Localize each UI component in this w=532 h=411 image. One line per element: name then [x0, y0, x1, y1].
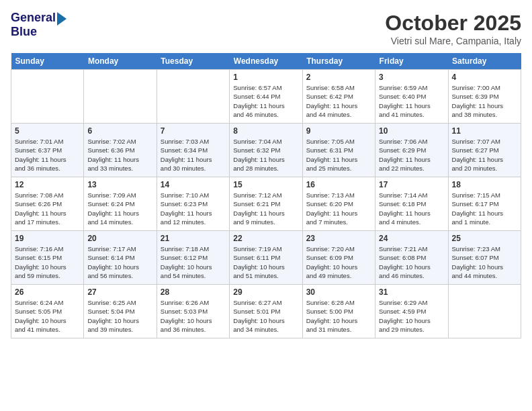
weekday-header-monday: Monday: [84, 53, 157, 70]
day-info: Sunrise: 6:24 AM Sunset: 5:05 PM Dayligh…: [15, 298, 80, 334]
logo-text-line2: Blue: [11, 26, 66, 39]
week-row-4: 19Sunrise: 7:16 AM Sunset: 6:15 PM Dayli…: [11, 231, 521, 285]
day-info: Sunrise: 7:13 AM Sunset: 6:20 PM Dayligh…: [306, 191, 371, 226]
calendar-cell: [11, 70, 84, 124]
day-info: Sunrise: 7:05 AM Sunset: 6:31 PM Dayligh…: [306, 137, 371, 173]
weekday-header-sunday: Sunday: [11, 53, 84, 70]
day-number: 7: [161, 126, 226, 136]
weekday-header-row: SundayMondayTuesdayWednesdayThursdayFrid…: [11, 53, 521, 70]
day-info: Sunrise: 6:59 AM Sunset: 6:40 PM Dayligh…: [379, 83, 444, 119]
day-number: 20: [87, 234, 152, 243]
calendar-cell: 21Sunrise: 7:18 AM Sunset: 6:12 PM Dayli…: [157, 231, 229, 285]
day-info: Sunrise: 7:03 AM Sunset: 6:34 PM Dayligh…: [161, 137, 226, 173]
logo-arrow-icon: [57, 12, 66, 26]
day-number: 31: [379, 287, 444, 297]
day-number: 10: [379, 126, 444, 136]
weekday-header-saturday: Saturday: [448, 53, 521, 70]
day-info: Sunrise: 7:16 AM Sunset: 6:15 PM Dayligh…: [15, 244, 80, 280]
calendar-cell: 19Sunrise: 7:16 AM Sunset: 6:15 PM Dayli…: [11, 231, 84, 285]
weekday-header-wednesday: Wednesday: [230, 53, 302, 70]
calendar-cell: 13Sunrise: 7:09 AM Sunset: 6:24 PM Dayli…: [84, 177, 157, 231]
day-info: Sunrise: 6:57 AM Sunset: 6:44 PM Dayligh…: [233, 83, 298, 119]
day-info: Sunrise: 7:10 AM Sunset: 6:23 PM Dayligh…: [161, 191, 226, 226]
calendar-table: SundayMondayTuesdayWednesdayThursdayFrid…: [11, 53, 521, 338]
day-number: 6: [87, 126, 152, 136]
day-number: 9: [306, 126, 371, 136]
day-number: 14: [161, 180, 226, 189]
day-number: 13: [87, 180, 152, 189]
day-info: Sunrise: 7:20 AM Sunset: 6:09 PM Dayligh…: [306, 244, 371, 280]
day-info: Sunrise: 7:09 AM Sunset: 6:24 PM Dayligh…: [87, 191, 152, 226]
calendar-cell: 2Sunrise: 6:58 AM Sunset: 6:42 PM Daylig…: [302, 70, 375, 124]
day-number: 17: [379, 180, 444, 189]
day-number: 23: [306, 234, 371, 243]
day-number: 22: [233, 234, 298, 243]
day-info: Sunrise: 7:15 AM Sunset: 6:17 PM Dayligh…: [452, 191, 517, 226]
calendar-cell: 3Sunrise: 6:59 AM Sunset: 6:40 PM Daylig…: [375, 70, 448, 124]
day-info: Sunrise: 7:12 AM Sunset: 6:21 PM Dayligh…: [233, 191, 298, 226]
calendar-cell: 15Sunrise: 7:12 AM Sunset: 6:21 PM Dayli…: [230, 177, 302, 231]
day-info: Sunrise: 7:17 AM Sunset: 6:14 PM Dayligh…: [87, 244, 152, 280]
day-number: 29: [233, 287, 298, 297]
calendar-cell: 17Sunrise: 7:14 AM Sunset: 6:18 PM Dayli…: [375, 177, 448, 231]
day-info: Sunrise: 6:25 AM Sunset: 5:04 PM Dayligh…: [87, 298, 152, 334]
day-info: Sunrise: 7:23 AM Sunset: 6:07 PM Dayligh…: [452, 244, 517, 280]
day-info: Sunrise: 7:08 AM Sunset: 6:26 PM Dayligh…: [15, 191, 80, 226]
day-number: 16: [306, 180, 371, 189]
day-number: 4: [452, 73, 517, 82]
month-title: October 2025: [385, 11, 521, 36]
day-number: 5: [15, 126, 80, 136]
day-info: Sunrise: 7:01 AM Sunset: 6:37 PM Dayligh…: [15, 137, 80, 173]
day-number: 1: [233, 73, 298, 82]
day-number: 12: [15, 180, 80, 189]
day-info: Sunrise: 7:07 AM Sunset: 6:27 PM Dayligh…: [452, 137, 517, 173]
day-info: Sunrise: 7:21 AM Sunset: 6:08 PM Dayligh…: [379, 244, 444, 280]
calendar-cell: 28Sunrise: 6:26 AM Sunset: 5:03 PM Dayli…: [157, 285, 229, 338]
day-info: Sunrise: 7:04 AM Sunset: 6:32 PM Dayligh…: [233, 137, 298, 173]
weekday-header-friday: Friday: [375, 53, 448, 70]
calendar-cell: 12Sunrise: 7:08 AM Sunset: 6:26 PM Dayli…: [11, 177, 84, 231]
day-number: 21: [161, 234, 226, 243]
calendar-cell: 4Sunrise: 7:00 AM Sunset: 6:39 PM Daylig…: [448, 70, 521, 124]
calendar-cell: 1Sunrise: 6:57 AM Sunset: 6:44 PM Daylig…: [230, 70, 302, 124]
logo: General Blue: [11, 11, 66, 39]
calendar-cell: 10Sunrise: 7:06 AM Sunset: 6:29 PM Dayli…: [375, 124, 448, 177]
calendar-cell: 11Sunrise: 7:07 AM Sunset: 6:27 PM Dayli…: [448, 124, 521, 177]
calendar-cell: 7Sunrise: 7:03 AM Sunset: 6:34 PM Daylig…: [157, 124, 229, 177]
calendar-cell: 6Sunrise: 7:02 AM Sunset: 6:36 PM Daylig…: [84, 124, 157, 177]
day-info: Sunrise: 6:27 AM Sunset: 5:01 PM Dayligh…: [233, 298, 298, 334]
calendar-cell: 14Sunrise: 7:10 AM Sunset: 6:23 PM Dayli…: [157, 177, 229, 231]
week-row-2: 5Sunrise: 7:01 AM Sunset: 6:37 PM Daylig…: [11, 124, 521, 177]
day-number: 3: [379, 73, 444, 82]
day-info: Sunrise: 7:00 AM Sunset: 6:39 PM Dayligh…: [452, 83, 517, 119]
weekday-header-thursday: Thursday: [302, 53, 375, 70]
calendar-cell: [448, 285, 521, 338]
day-number: 27: [87, 287, 152, 297]
title-block: October 2025 Vietri sul Mare, Campania, …: [385, 11, 521, 46]
day-number: 30: [306, 287, 371, 297]
location-subtitle: Vietri sul Mare, Campania, Italy: [385, 36, 521, 46]
calendar-cell: [157, 70, 229, 124]
day-number: 15: [233, 180, 298, 189]
calendar-cell: 30Sunrise: 6:28 AM Sunset: 5:00 PM Dayli…: [302, 285, 375, 338]
calendar-cell: 27Sunrise: 6:25 AM Sunset: 5:04 PM Dayli…: [84, 285, 157, 338]
calendar-cell: 8Sunrise: 7:04 AM Sunset: 6:32 PM Daylig…: [230, 124, 302, 177]
day-number: 25: [452, 234, 517, 243]
day-info: Sunrise: 7:14 AM Sunset: 6:18 PM Dayligh…: [379, 191, 444, 226]
day-number: 26: [15, 287, 80, 297]
calendar-cell: 26Sunrise: 6:24 AM Sunset: 5:05 PM Dayli…: [11, 285, 84, 338]
calendar-cell: 5Sunrise: 7:01 AM Sunset: 6:37 PM Daylig…: [11, 124, 84, 177]
day-info: Sunrise: 6:29 AM Sunset: 4:59 PM Dayligh…: [379, 298, 444, 334]
week-row-5: 26Sunrise: 6:24 AM Sunset: 5:05 PM Dayli…: [11, 285, 521, 338]
day-info: Sunrise: 7:02 AM Sunset: 6:36 PM Dayligh…: [87, 137, 152, 173]
day-info: Sunrise: 7:19 AM Sunset: 6:11 PM Dayligh…: [233, 244, 298, 280]
calendar-cell: 23Sunrise: 7:20 AM Sunset: 6:09 PM Dayli…: [302, 231, 375, 285]
day-info: Sunrise: 6:28 AM Sunset: 5:00 PM Dayligh…: [306, 298, 371, 334]
logo-text-line1: General: [11, 11, 56, 25]
calendar-cell: 18Sunrise: 7:15 AM Sunset: 6:17 PM Dayli…: [448, 177, 521, 231]
calendar-cell: 25Sunrise: 7:23 AM Sunset: 6:07 PM Dayli…: [448, 231, 521, 285]
day-number: 8: [233, 126, 298, 136]
calendar-cell: 31Sunrise: 6:29 AM Sunset: 4:59 PM Dayli…: [375, 285, 448, 338]
week-row-3: 12Sunrise: 7:08 AM Sunset: 6:26 PM Dayli…: [11, 177, 521, 231]
calendar-cell: 22Sunrise: 7:19 AM Sunset: 6:11 PM Dayli…: [230, 231, 302, 285]
